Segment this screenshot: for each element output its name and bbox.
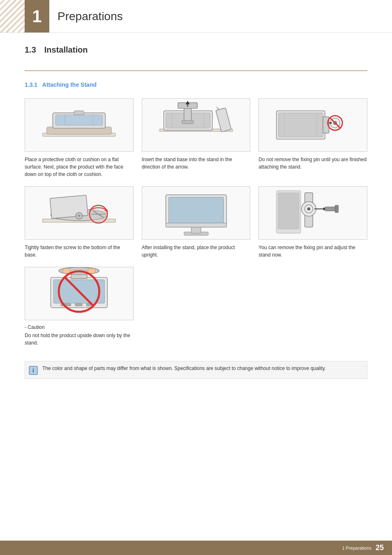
illustration-2: [142, 99, 250, 151]
chapter-number: 1: [32, 7, 42, 26]
svg-point-50: [307, 207, 311, 210]
image-box-7: [25, 267, 134, 320]
image-cell-7: - Caution Do not hold the product upside…: [25, 267, 134, 353]
subsection-title: Attaching the Stand: [42, 81, 97, 88]
svg-rect-3: [55, 115, 102, 125]
subsection-number: 1.3.1: [25, 81, 37, 88]
illustration-3: [259, 99, 367, 151]
section-number: 1.3: [25, 45, 36, 55]
illustration-4: [25, 187, 133, 239]
caption-4: Tightly fasten the screw to the bottom o…: [25, 244, 134, 259]
image-cell-4: Tightly fasten the screw to the bottom o…: [25, 186, 134, 259]
image-grid-row3: - Caution Do not hold the product upside…: [25, 267, 367, 353]
header: 1 Preparations: [0, 0, 392, 33]
caption-1: Place a protective cloth or cushion on a…: [25, 156, 134, 178]
caption-3: Do not remove the fixing pin until you a…: [258, 156, 367, 171]
section-title: Installation: [44, 45, 88, 55]
chapter-number-box: 1: [25, 0, 49, 33]
illustration-5: [142, 187, 250, 239]
caption-2: Insert the stand base into the stand in …: [142, 156, 251, 171]
svg-text:i: i: [32, 367, 34, 374]
main-content: 1.3 Installation 1.3.1 Attaching the Sta…: [0, 33, 392, 404]
caution-label: - Caution: [25, 324, 134, 330]
image-box-5: [142, 186, 251, 240]
svg-rect-54: [335, 205, 339, 213]
image-cell-3: Do not remove the fixing pin until you a…: [258, 98, 367, 178]
image-box-2: [142, 98, 251, 152]
svg-rect-65: [75, 304, 82, 306]
svg-rect-4: [74, 111, 84, 115]
header-stripes: [0, 0, 25, 33]
footer-page-number: 25: [376, 543, 384, 552]
image-box-4: [25, 186, 134, 240]
chapter-title: Preparations: [58, 10, 123, 23]
caution-text: Do not hold the product upside down only…: [25, 332, 134, 347]
illustration-6: [259, 187, 367, 239]
image-box-3: [258, 98, 367, 152]
footer: 1 Preparations 25: [0, 541, 392, 555]
subsection-header: 1.3.1 Attaching the Stand: [25, 81, 367, 88]
svg-rect-10: [184, 107, 191, 121]
svg-rect-44: [168, 197, 224, 225]
svg-rect-57: [278, 193, 299, 229]
image-cell-6: You can remove the fixing pin and adjust…: [258, 186, 367, 259]
image-grid-row2: Tightly fasten the screw to the bottom o…: [25, 186, 367, 259]
footer-section-label: 1 Preparations: [342, 546, 371, 550]
image-grid-row1: Place a protective cloth or cushion on a…: [25, 98, 367, 178]
note-box: i The color and shape of parts may diffe…: [25, 361, 367, 379]
svg-rect-14: [182, 120, 194, 124]
svg-rect-62: [63, 268, 70, 273]
image-box-1: [25, 98, 134, 152]
caption-6: You can remove the fixing pin and adjust…: [258, 244, 367, 259]
note-icon: i: [28, 365, 38, 375]
note-text: The color and shape of parts may differ …: [42, 365, 326, 372]
illustration-1: [25, 99, 133, 151]
section-header: 1.3 Installation: [25, 45, 367, 71]
svg-rect-18: [216, 108, 231, 132]
image-box-6: [258, 186, 367, 240]
image-cell-2: Insert the stand base into the stand in …: [142, 98, 251, 178]
svg-rect-20: [279, 113, 323, 137]
svg-rect-45: [166, 223, 226, 227]
image-cell-1: Place a protective cloth or cushion on a…: [25, 98, 134, 178]
image-cell-5: After installing the stand, place the pr…: [142, 186, 251, 259]
svg-rect-63: [88, 268, 95, 273]
illustration-7: [25, 267, 133, 320]
caption-5: After installing the stand, place the pr…: [142, 244, 251, 259]
